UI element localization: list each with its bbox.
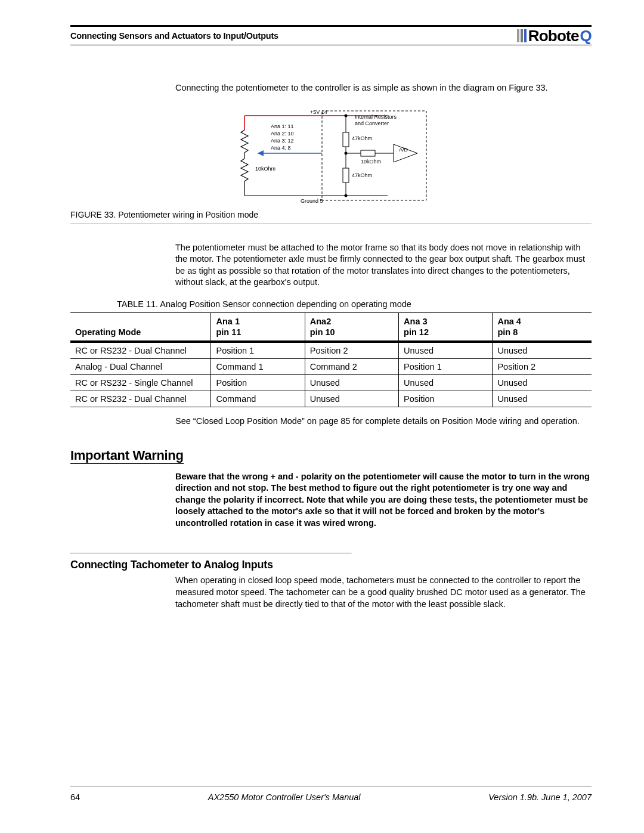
svg-text:Ground   5: Ground 5 [301,198,323,204]
svg-text:+5V  14: +5V 14 [310,109,327,115]
para-see-closed-loop: See “Closed Loop Position Mode” on page … [175,416,592,428]
svg-text:A/D: A/D [399,147,408,153]
analog-table: Operating Mode Ana 1pin 11 Ana2pin 10 An… [70,312,592,407]
svg-text:Internal Resistors: Internal Resistors [355,114,397,120]
svg-text:47kOhm: 47kOhm [352,172,372,178]
svg-text:10kOhm: 10kOhm [361,159,381,165]
figure-caption: FIGURE 33. Potentiometer wiring in Posit… [70,210,592,224]
svg-point-16 [345,194,348,197]
potentiometer-wiring-svg: +5V 14 Internal Resistors and Converter … [221,109,441,204]
table-caption: TABLE 11. Analog Position Sensor connect… [117,299,592,309]
th-operating-mode: Operating Mode [75,327,141,337]
header-title: Connecting Sensors and Actuators to Inpu… [70,31,278,41]
svg-text:Ana 1:   11: Ana 1: 11 [271,123,294,129]
svg-text:Ana 4:     8: Ana 4: 8 [271,145,291,151]
svg-text:Ana 2:   10: Ana 2: 10 [271,131,294,137]
footer-right: Version 1.9b. June 1, 2007 [488,792,592,802]
header-bar: Connecting Sensors and Actuators to Inpu… [70,25,592,45]
svg-marker-5 [258,150,264,156]
svg-point-15 [345,114,348,117]
svg-rect-12 [343,168,349,182]
brand-logo: RoboteQ [517,27,592,45]
figure-diagram: +5V 14 Internal Resistors and Converter … [70,109,592,204]
section-rule [70,553,352,554]
section-heading-tachometer: Connecting Tachometer to Analog Inputs [70,559,592,571]
footer-center: AX2550 Motor Controller User's Manual [208,792,361,802]
table-row: RC or RS232 - Single Channel Position Un… [70,375,592,391]
logo-q: Q [580,27,592,45]
svg-text:and Converter: and Converter [355,120,389,126]
svg-rect-9 [343,132,349,147]
svg-rect-18 [361,150,375,156]
warning-heading: Important Warning [70,448,184,464]
table-row: Analog - Dual Channel Command 1 Command … [70,359,592,375]
para-tachometer: When operating in closed loop speed mode… [175,575,592,610]
svg-text:Ana 3:   12: Ana 3: 12 [271,138,294,144]
svg-text:10kOhm: 10kOhm [255,166,275,172]
logo-text: Robote [528,27,579,45]
page-number: 64 [70,792,80,802]
para-potentiometer-mount: The potentiometer must be attached to th… [175,242,592,289]
table-row: RC or RS232 - Dual Channel Command Unuse… [70,391,592,407]
warning-body: Beware that the wrong + and - polarity o… [175,471,592,529]
intro-paragraph: Connecting the potentiometer to the cont… [175,82,592,94]
svg-text:47kOhm: 47kOhm [352,135,372,141]
logo-bars-icon [517,29,527,42]
footer: 64 AX2550 Motor Controller User's Manual… [70,786,592,802]
table-row: RC or RS232 - Dual Channel Position 1 Po… [70,343,592,359]
